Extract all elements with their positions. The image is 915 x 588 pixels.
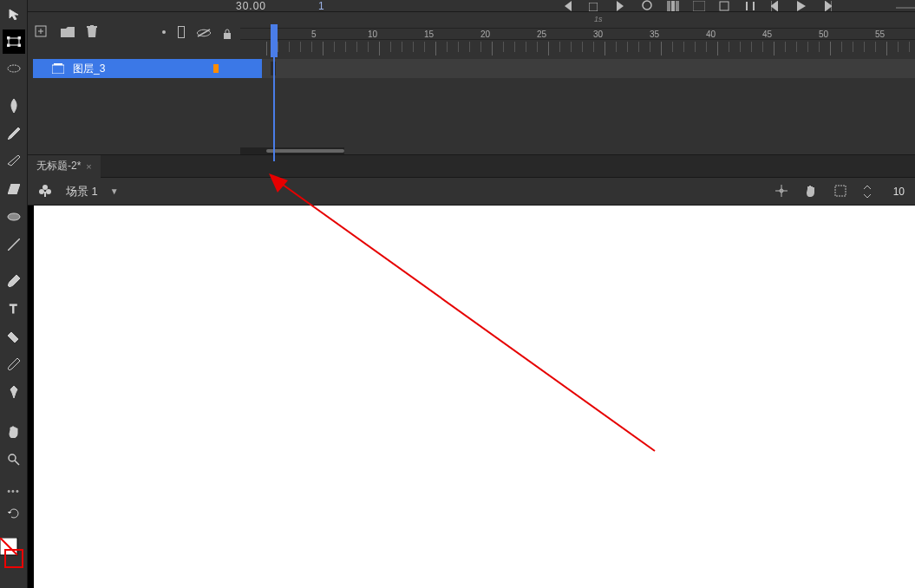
pen-tool[interactable] [3, 149, 25, 173]
svg-point-14 [8, 65, 20, 72]
next-icon[interactable] [823, 0, 837, 13]
svg-rect-13 [18, 44, 21, 47]
svg-rect-33 [44, 192, 46, 197]
svg-marker-39 [269, 173, 288, 193]
rotate-icon[interactable] [3, 501, 25, 526]
rotate-stage-icon[interactable] [805, 185, 819, 199]
svg-point-32 [46, 189, 51, 194]
svg-text:T: T [10, 303, 17, 315]
ruler-frames: 5 10 15 20 25 30 35 40 45 50 55 60 [240, 28, 915, 40]
layer-name: 图层_3 [73, 62, 105, 76]
layer-row[interactable]: 图层_3 [33, 59, 915, 78]
svg-point-31 [39, 189, 44, 194]
timeline-ruler[interactable]: 1s 2s 5 10 15 20 25 30 35 40 45 50 55 60 [240, 12, 915, 56]
text-tool[interactable]: T [3, 297, 25, 321]
svg-point-15 [8, 213, 20, 220]
lock-icon[interactable] [223, 27, 233, 37]
svg-rect-27 [224, 33, 231, 39]
step-back-icon[interactable] [563, 0, 577, 13]
paint-brush-tool[interactable] [3, 269, 25, 293]
svg-rect-4 [676, 1, 679, 11]
zoom-stepper-icon[interactable] [864, 185, 878, 199]
clip-stage-icon[interactable] [834, 185, 848, 199]
delete-layer-icon[interactable] [87, 25, 101, 39]
annotation-arrow [269, 173, 659, 455]
zoom-tool[interactable] [3, 448, 25, 472]
paint-bucket-tool[interactable] [3, 324, 25, 349]
scrollbar-thumb[interactable] [266, 149, 344, 153]
svg-line-19 [15, 461, 19, 465]
svg-point-1 [643, 1, 651, 10]
hand-tool[interactable] [3, 420, 25, 444]
fps-value[interactable]: 30.00 [236, 0, 266, 12]
timeline-scrollbar[interactable] [240, 147, 344, 154]
svg-rect-29 [54, 63, 62, 65]
lasso-tool[interactable] [3, 57, 25, 82]
svg-rect-2 [667, 1, 670, 11]
ruler-ticks [240, 40, 915, 56]
loop-icon[interactable] [641, 0, 655, 13]
svg-rect-5 [693, 1, 705, 11]
center-stage-icon[interactable] [775, 185, 789, 199]
tab-close-icon[interactable]: × [86, 161, 91, 172]
layer-icon [52, 63, 64, 74]
bracket-icon[interactable] [745, 0, 759, 13]
free-transform-tool[interactable] [3, 29, 25, 54]
layer-outline-icon[interactable] [178, 26, 185, 38]
stop-icon[interactable] [589, 0, 603, 13]
ellipse-tool[interactable] [3, 205, 25, 229]
onion-outline-icon[interactable] [693, 0, 707, 13]
layer-highlight-dot[interactable] [162, 30, 166, 34]
new-layer-icon[interactable] [35, 25, 49, 39]
svg-rect-11 [18, 36, 21, 39]
svg-line-38 [279, 182, 655, 451]
document-tab[interactable]: 无标题-2* × [28, 155, 101, 178]
flame-tool[interactable] [3, 94, 25, 118]
svg-point-18 [9, 454, 16, 461]
layer-name-area[interactable]: 图层_3 [33, 59, 262, 78]
pin-tool[interactable] [3, 380, 25, 404]
layer-color-swatch[interactable] [213, 64, 219, 73]
svg-rect-0 [589, 3, 598, 11]
marker-icon[interactable] [719, 0, 733, 13]
tool-panel: T ••• [0, 0, 28, 588]
svg-rect-9 [9, 38, 19, 45]
scene-icon[interactable] [38, 184, 54, 199]
layer-controls [28, 23, 240, 42]
selection-tool[interactable] [3, 2, 25, 26]
timeline-panel: 1s 2s 5 10 15 20 25 30 35 40 45 50 55 60… [28, 12, 915, 155]
eyedropper-tool[interactable] [3, 352, 25, 376]
visibility-icon[interactable] [197, 25, 211, 39]
svg-rect-6 [720, 2, 729, 10]
svg-line-16 [8, 238, 20, 251]
playhead[interactable] [271, 24, 278, 57]
play-icon[interactable] [797, 0, 811, 13]
step-forward-icon[interactable] [615, 0, 629, 13]
svg-point-30 [42, 185, 48, 190]
color-swatch[interactable] [0, 538, 28, 571]
scene-label[interactable]: 场景 1 [66, 184, 98, 199]
prev-icon[interactable] [771, 0, 785, 13]
zoom-control-icon[interactable] [896, 0, 910, 13]
onion-icon[interactable] [667, 0, 681, 13]
scene-dropdown-icon[interactable]: ▼ [110, 186, 119, 196]
layer-track[interactable] [262, 59, 915, 78]
frame-index[interactable]: 1 [318, 0, 324, 12]
more-tools-icon[interactable]: ••• [7, 486, 20, 496]
top-menu-bar: 30.00 1 [0, 0, 915, 12]
svg-rect-12 [7, 44, 10, 47]
svg-rect-37 [835, 186, 846, 196]
brush-tool[interactable] [3, 121, 25, 146]
svg-rect-28 [52, 65, 64, 74]
zoom-value[interactable]: 10 [893, 186, 905, 198]
ruler-seconds: 1s 2s [240, 12, 915, 28]
svg-rect-3 [671, 1, 675, 11]
svg-rect-10 [7, 36, 10, 39]
tab-title: 无标题-2* [36, 159, 81, 173]
eraser-tool[interactable] [3, 177, 25, 201]
line-tool[interactable] [3, 232, 25, 257]
new-folder-icon[interactable] [61, 25, 75, 39]
